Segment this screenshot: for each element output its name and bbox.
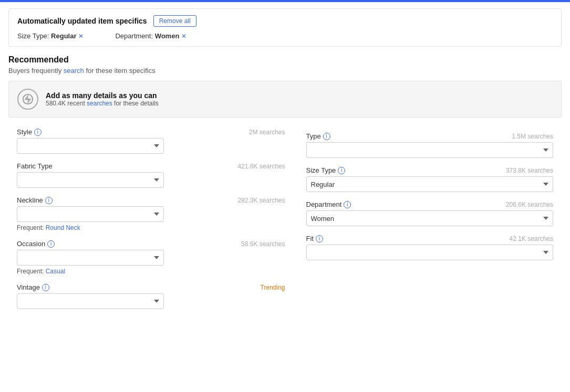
auto-update-title: Automatically updated item specifics: [17, 17, 147, 25]
size-type-field-header: Size Type i 373.8K searches: [306, 166, 554, 174]
size-type-select[interactable]: Regular: [306, 176, 554, 192]
vintage-select[interactable]: [17, 293, 164, 309]
info-banner-main: Add as many details as you can: [46, 91, 159, 100]
tag-department-label: Department:: [115, 32, 154, 40]
department-select[interactable]: Women: [306, 210, 554, 226]
vintage-field-header: Vintage i Trending: [17, 283, 285, 291]
tag-size-type-close[interactable]: ✕: [78, 33, 84, 40]
occasion-field-row: Occasion i 58.6K searches Frequent: Casu…: [17, 240, 285, 275]
occasion-info-icon[interactable]: i: [47, 240, 55, 248]
fabric-type-field-header: Fabric Type 421.8K searches: [17, 162, 285, 170]
vintage-trending: Trending: [261, 284, 285, 291]
searches-highlight: searches: [87, 100, 112, 107]
department-info-icon[interactable]: i: [344, 201, 351, 208]
department-field-row: Department i 206.6K searches Women: [306, 200, 554, 226]
tag-department-value: Women: [155, 32, 180, 40]
info-banner: Add as many details as you can 580.4K re…: [8, 81, 562, 118]
neckline-searches: 282.3K searches: [237, 197, 285, 204]
vintage-info-icon[interactable]: i: [42, 284, 49, 291]
style-info-icon[interactable]: i: [34, 129, 42, 136]
tag-department-close[interactable]: ✕: [181, 33, 186, 40]
neckline-info-icon[interactable]: i: [45, 197, 53, 204]
tag-size-type: Size Type: Regular✕: [17, 32, 84, 40]
type-label: Type i: [306, 132, 330, 140]
style-label: Style i: [17, 128, 42, 136]
neckline-field-header: Neckline i 282.3K searches: [17, 196, 285, 204]
auto-update-section: Automatically updated item specifics Rem…: [8, 8, 562, 47]
remove-all-button[interactable]: Remove all: [153, 15, 196, 27]
type-field-header: Type i 1.5M searches: [306, 132, 554, 140]
occasion-select[interactable]: [17, 250, 164, 266]
style-select-wrapper: [17, 138, 164, 154]
neckline-frequent: Frequent: Round Neck: [17, 224, 285, 231]
size-type-searches: 373.8K searches: [506, 167, 553, 174]
neckline-field-row: Neckline i 282.3K searches Frequent: Rou…: [17, 196, 285, 231]
tags-row: Size Type: Regular✕ Department: Women✕: [17, 32, 553, 40]
occasion-select-wrapper: [17, 250, 164, 266]
size-type-label: Size Type i: [306, 166, 346, 174]
right-column: Type i 1.5M searches Size Type i: [285, 128, 554, 317]
department-field-header: Department i 206.6K searches: [306, 200, 554, 208]
lightning-icon: [17, 89, 38, 110]
tag-department: Department: Women✕: [115, 32, 186, 40]
fit-searches: 42.1K searches: [510, 235, 553, 242]
style-field-header: Style i 2M searches: [17, 128, 285, 136]
style-select[interactable]: [17, 138, 164, 154]
type-searches: 1.5M searches: [512, 133, 553, 140]
fabric-type-field-row: Fabric Type 421.8K searches: [17, 162, 285, 188]
fit-label: Fit i: [306, 235, 323, 242]
fabric-type-label: Fabric Type: [17, 162, 53, 170]
type-field-row: Type i 1.5M searches: [306, 132, 554, 158]
type-info-icon[interactable]: i: [323, 133, 330, 140]
search-link[interactable]: search: [64, 67, 84, 75]
left-column: Style i 2M searches Fabric Type 421.8K s…: [17, 128, 285, 317]
neckline-label: Neckline i: [17, 196, 53, 204]
neckline-select-wrapper: [17, 206, 164, 222]
info-banner-sub: 580.4K recent searches for these details: [46, 100, 159, 107]
style-searches: 2M searches: [249, 129, 285, 136]
type-select[interactable]: [306, 142, 554, 158]
neckline-frequent-link[interactable]: Round Neck: [46, 224, 80, 231]
recommended-subtitle: Buyers frequently search for these item …: [8, 67, 562, 75]
size-type-field-row: Size Type i 373.8K searches Regular: [306, 166, 554, 192]
department-select-wrapper: Women: [306, 210, 554, 226]
size-type-select-wrapper: Regular: [306, 176, 554, 192]
fabric-type-select[interactable]: [17, 172, 164, 188]
vintage-select-wrapper: [17, 293, 164, 309]
tag-size-type-label: Size Type:: [17, 32, 51, 40]
auto-update-header: Automatically updated item specifics Rem…: [17, 15, 553, 27]
vintage-label: Vintage i: [17, 283, 49, 291]
fit-field-header: Fit i 42.1K searches: [306, 235, 554, 242]
vintage-field-row: Vintage i Trending: [17, 283, 285, 309]
fabric-type-select-wrapper: [17, 172, 164, 188]
fit-select-wrapper: [306, 245, 554, 260]
fabric-type-searches: 421.8K searches: [237, 163, 285, 170]
tag-size-type-value: Regular: [51, 32, 76, 40]
size-type-info-icon[interactable]: i: [338, 167, 345, 174]
fit-info-icon[interactable]: i: [316, 235, 323, 242]
fit-field-row: Fit i 42.1K searches: [306, 235, 554, 260]
top-bar: [0, 0, 570, 2]
occasion-searches: 58.6K searches: [241, 240, 285, 248]
recommended-title: Recommended: [8, 55, 562, 65]
recommended-section: Recommended Buyers frequently search for…: [8, 55, 562, 317]
fit-select[interactable]: [306, 245, 554, 260]
department-searches: 206.6K searches: [506, 201, 553, 208]
occasion-field-header: Occasion i 58.6K searches: [17, 240, 285, 248]
occasion-frequent-link[interactable]: Casual: [46, 268, 65, 275]
info-banner-text: Add as many details as you can 580.4K re…: [46, 91, 159, 107]
neckline-select[interactable]: [17, 206, 164, 222]
style-field-row: Style i 2M searches: [17, 128, 285, 154]
fields-grid: Style i 2M searches Fabric Type 421.8K s…: [17, 128, 553, 317]
occasion-label: Occasion i: [17, 240, 55, 248]
type-select-wrapper: [306, 142, 554, 158]
department-label: Department i: [306, 200, 351, 208]
occasion-frequent: Frequent: Casual: [17, 268, 285, 275]
